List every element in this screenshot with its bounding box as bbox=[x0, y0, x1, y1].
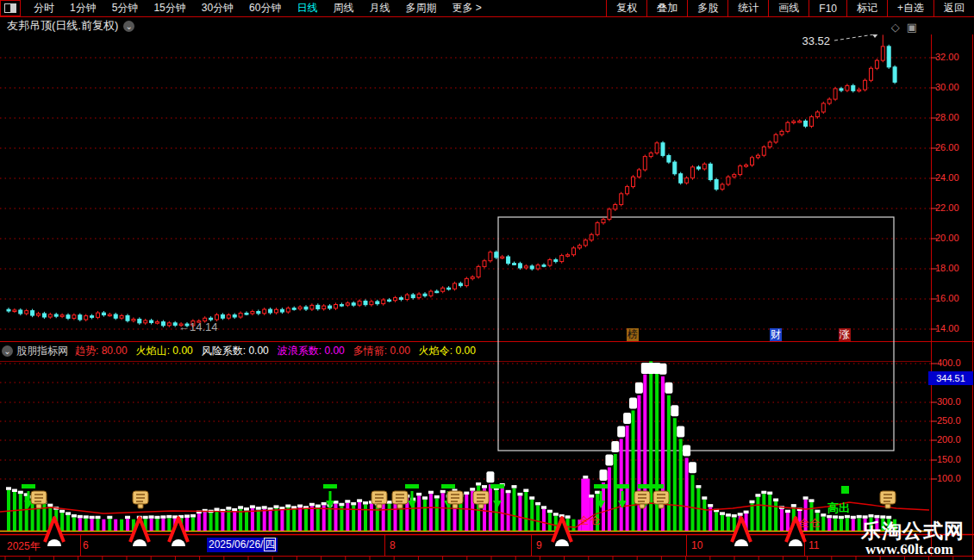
price-tick-label: 26.00 bbox=[935, 142, 973, 152]
date-axis-label: 2025年 bbox=[7, 539, 41, 554]
toolbar: 分时1分钟5分钟15分钟30分钟60分钟日线周线月线多周期更多 > 复权叠加多股… bbox=[0, 0, 974, 17]
price-tick-label: 16.00 bbox=[935, 293, 973, 303]
tool-button-6[interactable]: 标记 bbox=[846, 0, 887, 16]
period-tab-8[interactable]: 月线 bbox=[361, 1, 397, 16]
date-axis-label: 8 bbox=[390, 539, 396, 551]
hand-signal-icon bbox=[133, 491, 148, 508]
price-tick-label: 20.00 bbox=[935, 233, 973, 243]
indicator-tick-label: 100.0 bbox=[937, 473, 974, 483]
title-bar: 友邦吊顶(日线.前复权) ⌄ ◇▣ bbox=[0, 17, 974, 34]
tool-button-1[interactable]: 叠加 bbox=[646, 0, 687, 16]
indicator-field-1: 火焰山: 0.00 bbox=[136, 344, 193, 358]
full-position-label-2: 全仓 bbox=[799, 517, 820, 529]
indicator-name: 股朋指标网 bbox=[16, 344, 68, 358]
trading-app-window: 分时1分钟5分钟15分钟30分钟60分钟日线周线月线多周期更多 > 复权叠加多股… bbox=[0, 0, 974, 560]
date-cursor-char: 四 bbox=[264, 538, 276, 551]
tool-button-8[interactable]: 返回 bbox=[933, 0, 974, 16]
indicator-field-2: 风险系数: 0.00 bbox=[202, 344, 269, 358]
chart-badge-2: 涨 bbox=[839, 328, 851, 341]
indicator-field-3: 波浪系数: 0.00 bbox=[278, 344, 345, 358]
tool-button-7[interactable]: +自选 bbox=[887, 0, 933, 16]
indicator-tick-label: 400.0 bbox=[937, 358, 974, 368]
sell-high-square-marker bbox=[841, 486, 849, 494]
indicator-field-5: 火焰令: 0.00 bbox=[419, 344, 476, 358]
price-tick-label: 22.00 bbox=[935, 202, 973, 213]
date-axis-label: 9 bbox=[536, 539, 542, 551]
chart-canvas[interactable]: 33.52←14.14全仓全仓高出 bbox=[0, 34, 974, 560]
watermark-site-url: www.60lt.com bbox=[865, 541, 953, 558]
tool-button-4[interactable]: 画线 bbox=[768, 0, 809, 16]
chart-badge-0: 榜 bbox=[627, 328, 639, 341]
price-tick-label: 32.00 bbox=[935, 52, 973, 62]
indicator-tick-label: 300.0 bbox=[937, 396, 974, 407]
price-tick-label: 28.00 bbox=[935, 112, 973, 122]
indicator-field-0: 趋势: 80.00 bbox=[75, 344, 128, 358]
indicator-tick-label: 150.0 bbox=[937, 454, 974, 464]
gridlines bbox=[0, 58, 931, 479]
drawing-tool-icons[interactable]: ◇▣ bbox=[891, 21, 924, 34]
price-tick-label: 24.00 bbox=[935, 172, 973, 183]
layout-toggle-icon[interactable] bbox=[0, 0, 21, 16]
sell-high-label: 高出 bbox=[827, 501, 850, 514]
high-price-label: 33.52 bbox=[802, 34, 830, 47]
drawn-rectangle-annotation[interactable] bbox=[498, 217, 894, 451]
indicator-tick-label: 200.0 bbox=[937, 434, 974, 445]
indicator-current-value: 344.51 bbox=[928, 371, 973, 385]
price-tick-label: 18.00 bbox=[935, 263, 973, 273]
period-tab-4[interactable]: 30分钟 bbox=[194, 1, 241, 16]
hand-signal-icon bbox=[880, 491, 896, 508]
period-tab-10[interactable]: 更多 > bbox=[444, 1, 489, 16]
toolbar-left: 分时1分钟5分钟15分钟30分钟60分钟日线周线月线多周期更多 > bbox=[0, 0, 490, 16]
date-axis-label: 10 bbox=[691, 539, 702, 551]
tool-button-5[interactable]: F10 bbox=[809, 0, 846, 16]
tool-button-2[interactable]: 多股 bbox=[687, 0, 727, 16]
period-tab-6[interactable]: 日线 bbox=[289, 1, 325, 16]
toolbar-right: 复权叠加多股统计画线F10标记+自选返回 bbox=[606, 0, 974, 16]
chevron-down-icon[interactable]: ⌄ bbox=[123, 21, 134, 32]
hand-signal-icon bbox=[634, 491, 650, 508]
period-tab-2[interactable]: 5分钟 bbox=[104, 1, 147, 16]
period-tab-5[interactable]: 60分钟 bbox=[241, 1, 289, 16]
full-position-label-1: 全仓 bbox=[579, 514, 600, 526]
indicator-header: ⌄ 股朋指标网 趋势: 80.00火焰山: 0.00风险系数: 0.00波浪系数… bbox=[0, 342, 931, 360]
date-axis-label: 6 bbox=[83, 539, 89, 551]
chart-badge-1: 财 bbox=[770, 328, 782, 341]
period-tab-7[interactable]: 周线 bbox=[325, 1, 361, 16]
price-annotations: 33.52←14.14 bbox=[178, 34, 879, 333]
chart-title: 友邦吊顶(日线.前复权) bbox=[7, 18, 118, 34]
indicator-tick-label: 250.0 bbox=[937, 415, 974, 426]
indicator-field-4: 多情箭: 0.00 bbox=[353, 344, 410, 358]
date-axis-label: 11 bbox=[809, 539, 819, 551]
date-axis-label: 2025/06/26/四 bbox=[207, 538, 278, 552]
indicator-collapse-icon[interactable]: ⌄ bbox=[2, 345, 13, 357]
period-tab-9[interactable]: 多周期 bbox=[397, 1, 444, 16]
low-price-label: ←14.14 bbox=[178, 320, 218, 333]
period-tab-1[interactable]: 1分钟 bbox=[62, 1, 104, 16]
tool-button-3[interactable]: 统计 bbox=[727, 0, 768, 16]
period-tab-0[interactable]: 分时 bbox=[26, 1, 62, 16]
price-tick-label: 30.00 bbox=[935, 82, 973, 92]
hand-signal-icon bbox=[473, 491, 489, 508]
period-tab-3[interactable]: 15分钟 bbox=[146, 1, 193, 16]
candlestick-series bbox=[7, 34, 896, 327]
price-tick-label: 14.00 bbox=[935, 323, 973, 333]
tool-button-0[interactable]: 复权 bbox=[606, 0, 646, 16]
